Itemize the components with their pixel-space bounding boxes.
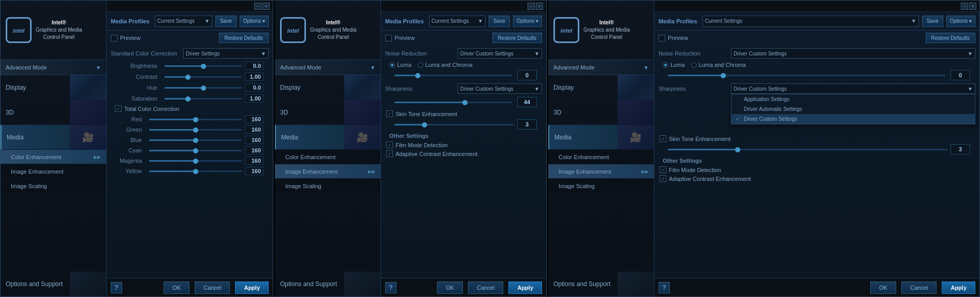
film-mode-checkbox-label[interactable]: Film Mode Detection	[386, 142, 448, 148]
subnav-color-enhancement[interactable]: Color Enhancement ▶▶	[1, 150, 106, 164]
noise-reduction-dropdown[interactable]: Driver Custom Settings ▼	[458, 48, 542, 59]
adaptive-contrast-checkbox[interactable]	[386, 150, 393, 157]
brightness-slider[interactable]	[165, 65, 242, 67]
minimize-button-2[interactable]: –	[528, 3, 535, 10]
sidebar-item-display[interactable]: Display	[1, 75, 106, 100]
sidebar-item-3d-2[interactable]: 3D	[275, 100, 381, 125]
preview-checkbox-label[interactable]: Preview	[111, 35, 140, 41]
subnav-image-enhancement-3[interactable]: Image Enhancement ▶▶	[548, 164, 654, 179]
ok-button-3[interactable]: OK	[870, 281, 896, 294]
current-settings-dropdown[interactable]: Current Settings ▼	[155, 16, 212, 27]
sidebar-item-media-3[interactable]: Media 🎥	[548, 125, 654, 150]
current-settings-dropdown-2[interactable]: Current Settings ▼	[429, 16, 486, 27]
cancel-button-2[interactable]: Cancel	[468, 281, 503, 294]
current-settings-dropdown-3[interactable]: Current Settings ▼	[703, 16, 919, 27]
save-button[interactable]: Save	[215, 16, 237, 27]
mode-selector[interactable]: Advanced Mode ▼	[1, 60, 106, 75]
options-button-3[interactable]: Options ▾	[946, 16, 975, 27]
apply-button-3[interactable]: Apply	[942, 281, 975, 294]
skin-tone-checkbox-label[interactable]: Skin Tone Enhancement	[386, 110, 457, 117]
hue-slider[interactable]	[165, 87, 242, 89]
luma-radio-btn-3[interactable]	[663, 62, 668, 68]
preview-checkbox-2[interactable]	[385, 35, 392, 41]
skin-tone-checkbox[interactable]	[386, 110, 393, 117]
green-slider[interactable]	[149, 129, 242, 131]
sidebar-item-options-2[interactable]: Options and Support	[275, 272, 381, 296]
cancel-button-3[interactable]: Cancel	[901, 281, 937, 294]
noise-reduction-dropdown-3[interactable]: Driver Custom Settings ▼	[731, 48, 975, 59]
preview-checkbox-label-2[interactable]: Preview	[385, 35, 415, 41]
apply-button-2[interactable]: Apply	[508, 281, 542, 294]
sidebar-item-media-2[interactable]: Media 🎥	[275, 125, 381, 150]
adaptive-contrast-checkbox-label[interactable]: Adaptive Contrast Enhancement	[386, 150, 477, 157]
mode-selector-2[interactable]: Advanced Mode ▼	[275, 60, 381, 75]
luma-slider-3[interactable]	[668, 75, 945, 76]
subnav-color-enhancement-2[interactable]: Color Enhancement	[275, 150, 381, 164]
luma-radio-3[interactable]: Luma	[663, 62, 685, 68]
sidebar-item-options-3[interactable]: Options and Support	[548, 272, 654, 296]
sharpness-dropdown-3[interactable]: Driver Custom Settings ▼	[731, 83, 975, 94]
film-mode-checkbox[interactable]	[386, 142, 393, 148]
total-cc-checkbox[interactable]	[115, 105, 122, 112]
close-button[interactable]: ×	[262, 3, 270, 10]
restore-defaults-button[interactable]: Restore Defaults	[219, 33, 269, 43]
options-button-2[interactable]: Options ▾	[513, 16, 542, 27]
driver-auto-option[interactable]: Driver Automatic Settings	[732, 104, 975, 114]
sharpness-dropdown-open-3[interactable]: Driver Custom Settings ▼ Application Set…	[731, 83, 975, 94]
skin-tone-checkbox-label-3[interactable]: Skin Tone Enhancement	[660, 135, 730, 142]
restore-defaults-button-3[interactable]: Restore Defaults	[926, 33, 975, 43]
magenta-slider[interactable]	[149, 160, 242, 162]
sharpness-slider[interactable]	[394, 102, 512, 103]
film-mode-checkbox-3[interactable]	[660, 166, 666, 173]
subnav-image-enhancement-2[interactable]: Image Enhancement ▶▶	[275, 164, 381, 179]
total-cc-checkbox-label[interactable]: Total Color Correction	[115, 105, 179, 112]
luma-chroma-radio-btn-3[interactable]	[691, 62, 697, 68]
film-mode-checkbox-label-3[interactable]: Film Mode Detection	[660, 166, 721, 173]
luma-radio[interactable]: Luma	[389, 62, 412, 68]
blue-slider[interactable]	[149, 139, 242, 141]
luma-chroma-radio-3[interactable]: Luma and Chroma	[691, 62, 746, 68]
luma-chroma-radio[interactable]: Luma and Chroma	[418, 62, 473, 68]
options-button[interactable]: Options ▾	[240, 16, 269, 27]
skin-tone-slider-3[interactable]	[668, 149, 947, 150]
preview-checkbox-3[interactable]	[659, 35, 665, 41]
help-button-3[interactable]: ?	[659, 282, 670, 293]
saturation-slider[interactable]	[165, 98, 242, 100]
yellow-slider[interactable]	[149, 171, 242, 172]
adaptive-contrast-checkbox-label-3[interactable]: Adaptive Contrast Enhancement	[660, 175, 751, 182]
adaptive-contrast-checkbox-3[interactable]	[660, 175, 666, 182]
sidebar-item-options[interactable]: Options and Support	[1, 272, 106, 296]
sidebar-item-display-3[interactable]: Display	[548, 75, 654, 100]
ok-button[interactable]: OK	[164, 281, 189, 294]
subnav-image-scaling-2[interactable]: Image Scaling	[275, 179, 381, 193]
apply-button[interactable]: Apply	[235, 281, 269, 294]
sharpness-dropdown[interactable]: Driver Custom Settings ▼	[458, 83, 542, 94]
cancel-button[interactable]: Cancel	[195, 281, 230, 294]
std-color-dropdown[interactable]: Driver Settings ▼	[183, 48, 269, 59]
skin-tone-checkbox-3[interactable]	[660, 135, 666, 142]
red-slider[interactable]	[149, 119, 242, 120]
save-button-2[interactable]: Save	[489, 16, 510, 27]
minimize-button[interactable]: –	[254, 3, 261, 10]
mode-selector-3[interactable]: Advanced Mode ▼	[548, 60, 654, 75]
driver-custom-option[interactable]: ✓ Driver Custom Settings	[732, 114, 975, 124]
sidebar-item-3d-3[interactable]: 3D	[548, 100, 654, 125]
restore-defaults-button-2[interactable]: Restore Defaults	[492, 33, 542, 43]
subnav-image-enhancement[interactable]: Image Enhancement	[1, 164, 106, 179]
preview-checkbox-label-3[interactable]: Preview	[659, 35, 688, 41]
close-button-3[interactable]: ×	[969, 3, 976, 10]
skin-tone-slider[interactable]	[394, 124, 514, 125]
luma-slider[interactable]	[394, 75, 512, 76]
sidebar-item-media[interactable]: Media 🎥	[1, 125, 106, 150]
app-settings-option[interactable]: Application Settings	[732, 94, 975, 104]
ok-button-2[interactable]: OK	[437, 281, 463, 294]
sidebar-item-3d[interactable]: 3D	[1, 100, 106, 125]
luma-radio-btn[interactable]	[389, 62, 395, 68]
help-button-2[interactable]: ?	[385, 282, 397, 293]
save-button-3[interactable]: Save	[922, 16, 943, 27]
subnav-image-scaling-3[interactable]: Image Scaling	[548, 179, 654, 193]
subnav-color-enhancement-3[interactable]: Color Enhancement	[548, 150, 654, 164]
luma-chroma-radio-btn[interactable]	[418, 62, 423, 68]
minimize-button-3[interactable]: –	[961, 3, 968, 10]
cyan-slider[interactable]	[149, 150, 242, 151]
